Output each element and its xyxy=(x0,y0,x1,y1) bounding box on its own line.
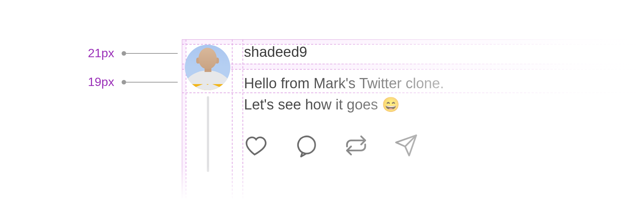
grid-row-gap-1 xyxy=(182,39,644,44)
post-card-grid-diagram: shadeed9 Hello from Mark's Twitter clone… xyxy=(182,39,644,191)
thread-connector-line xyxy=(207,96,209,172)
dimension-label: 21px xyxy=(88,46,114,60)
dimension-callout-row1: 21px xyxy=(88,46,178,60)
post-body-line: Let's see how it goes 😄 xyxy=(244,97,400,112)
share-icon[interactable] xyxy=(394,133,418,158)
grid-hline xyxy=(182,39,644,40)
callout-line xyxy=(126,53,178,54)
grid-vline-dashed xyxy=(242,39,243,198)
grid-hline-dashed xyxy=(182,64,644,64)
grid-vline xyxy=(182,39,182,198)
heart-icon[interactable] xyxy=(244,133,268,158)
dimension-callout-row2: 19px xyxy=(88,75,178,89)
avatar-illustration xyxy=(185,45,230,90)
avatar[interactable] xyxy=(185,45,230,90)
callout-dot xyxy=(122,51,126,56)
grid-hline-dashed xyxy=(182,69,644,70)
post-body: Hello from Mark's Twitter clone. Let's s… xyxy=(244,73,634,115)
grid-row-gap-2 xyxy=(182,64,644,69)
post-body-line: Hello from Mark's Twitter clone. xyxy=(244,75,444,91)
post-actions-row xyxy=(244,133,418,158)
dimension-label: 19px xyxy=(88,75,114,89)
repost-icon[interactable] xyxy=(344,133,368,158)
post-username[interactable]: shadeed9 xyxy=(244,44,307,60)
callout-dot xyxy=(122,80,126,84)
grid-vline-dashed xyxy=(232,39,233,198)
callout-line xyxy=(126,82,178,83)
comment-icon[interactable] xyxy=(294,133,318,158)
